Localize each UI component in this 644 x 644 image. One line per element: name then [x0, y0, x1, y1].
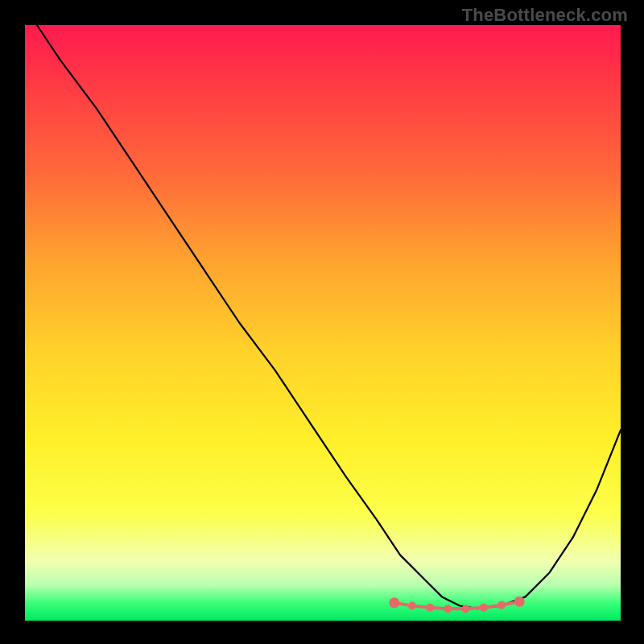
chart-svg	[25, 25, 621, 621]
bottleneck-curve	[37, 25, 621, 609]
marker-dot	[462, 605, 470, 613]
marker-dot	[480, 604, 488, 612]
marker-dot	[408, 602, 416, 610]
marker-dot	[426, 604, 434, 612]
marker-dot	[497, 601, 506, 609]
marker-dot	[444, 605, 452, 613]
marker-dot	[514, 597, 525, 607]
chart-frame: TheBottleneck.com	[0, 0, 644, 644]
marker-dot	[389, 597, 399, 608]
watermark-text: TheBottleneck.com	[462, 5, 628, 26]
